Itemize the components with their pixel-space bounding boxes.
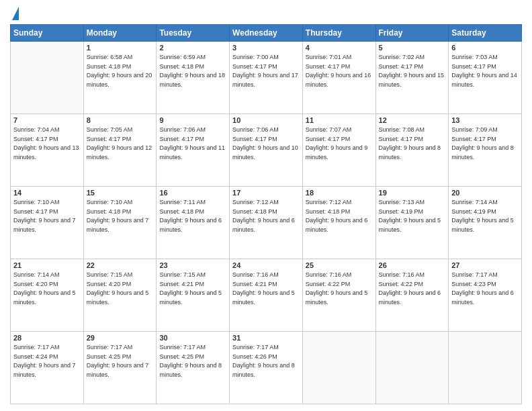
cell-info: Sunrise: 7:16 AMSunset: 4:21 PMDaylight:… [232,271,300,307]
cell-info: Sunrise: 7:17 AMSunset: 4:25 PMDaylight:… [159,343,226,379]
cell-info: Sunrise: 7:17 AMSunset: 4:23 PMDaylight:… [451,271,519,307]
cell-info: Sunrise: 7:01 AMSunset: 4:17 PMDaylight:… [306,53,373,89]
calendar-cell: 12Sunrise: 7:08 AMSunset: 4:17 PMDayligh… [375,114,449,187]
day-number: 11 [306,116,373,124]
day-number: 9 [159,116,226,124]
day-number: 27 [451,261,519,269]
cell-info: Sunrise: 7:14 AMSunset: 4:19 PMDaylight:… [451,198,519,234]
calendar-cell [375,332,449,404]
calendar-header-monday: Monday [83,25,157,42]
calendar-cell: 1Sunrise: 6:58 AMSunset: 4:18 PMDaylight… [83,42,157,114]
day-number: 22 [87,261,154,269]
calendar-cell: 16Sunrise: 7:11 AMSunset: 4:18 PMDayligh… [157,187,230,259]
day-number: 8 [87,116,154,124]
calendar-header-thursday: Thursday [302,25,375,42]
calendar-cell: 14Sunrise: 7:10 AMSunset: 4:17 PMDayligh… [11,187,84,259]
calendar-cell: 8Sunrise: 7:05 AMSunset: 4:17 PMDaylight… [83,114,157,187]
cell-info: Sunrise: 7:17 AMSunset: 4:25 PMDaylight:… [87,343,154,379]
calendar-cell: 21Sunrise: 7:14 AMSunset: 4:20 PMDayligh… [11,259,84,332]
calendar-cell: 10Sunrise: 7:06 AMSunset: 4:17 PMDayligh… [230,114,303,187]
day-number: 3 [232,44,300,52]
calendar-cell: 27Sunrise: 7:17 AMSunset: 4:23 PMDayligh… [449,259,522,332]
cell-info: Sunrise: 7:06 AMSunset: 4:17 PMDaylight:… [159,126,226,162]
day-number: 20 [451,189,519,197]
calendar-header-row: SundayMondayTuesdayWednesdayThursdayFrid… [11,25,522,42]
calendar-cell: 29Sunrise: 7:17 AMSunset: 4:25 PMDayligh… [83,332,157,404]
cell-info: Sunrise: 7:13 AMSunset: 4:19 PMDaylight:… [379,198,446,234]
cell-info: Sunrise: 7:12 AMSunset: 4:18 PMDaylight:… [232,198,300,234]
day-number: 25 [306,261,373,269]
day-number: 5 [379,44,446,52]
calendar-cell: 26Sunrise: 7:16 AMSunset: 4:22 PMDayligh… [375,259,449,332]
calendar-cell: 19Sunrise: 7:13 AMSunset: 4:19 PMDayligh… [375,187,449,259]
cell-info: Sunrise: 7:06 AMSunset: 4:17 PMDaylight:… [232,126,300,162]
cell-info: Sunrise: 7:17 AMSunset: 4:24 PMDaylight:… [13,343,81,379]
cell-info: Sunrise: 7:14 AMSunset: 4:20 PMDaylight:… [13,271,81,307]
calendar-cell: 2Sunrise: 6:59 AMSunset: 4:18 PMDaylight… [157,42,230,114]
calendar-cell [11,42,84,114]
day-number: 24 [232,261,300,269]
calendar-header-friday: Friday [375,25,449,42]
day-number: 1 [87,44,154,52]
cell-info: Sunrise: 7:12 AMSunset: 4:18 PMDaylight:… [306,198,373,234]
calendar-cell [449,332,522,404]
calendar-cell: 3Sunrise: 7:00 AMSunset: 4:17 PMDaylight… [230,42,303,114]
day-number: 17 [232,189,300,197]
calendar-cell: 24Sunrise: 7:16 AMSunset: 4:21 PMDayligh… [230,259,303,332]
logo-icon [12,7,19,20]
cell-info: Sunrise: 7:15 AMSunset: 4:21 PMDaylight:… [159,271,226,307]
calendar-cell: 11Sunrise: 7:07 AMSunset: 4:17 PMDayligh… [302,114,375,187]
day-number: 28 [13,334,81,342]
day-number: 14 [13,189,81,197]
day-number: 15 [87,189,154,197]
cell-info: Sunrise: 7:10 AMSunset: 4:17 PMDaylight:… [13,198,81,234]
calendar-cell: 6Sunrise: 7:03 AMSunset: 4:17 PMDaylight… [449,42,522,114]
day-number: 23 [159,261,226,269]
calendar-cell: 25Sunrise: 7:16 AMSunset: 4:22 PMDayligh… [302,259,375,332]
cell-info: Sunrise: 7:16 AMSunset: 4:22 PMDaylight:… [306,271,373,307]
calendar-cell [302,332,375,404]
day-number: 26 [379,261,446,269]
cell-info: Sunrise: 7:02 AMSunset: 4:17 PMDaylight:… [379,53,446,89]
calendar-week-4: 28Sunrise: 7:17 AMSunset: 4:24 PMDayligh… [11,332,522,404]
cell-info: Sunrise: 6:59 AMSunset: 4:18 PMDaylight:… [159,53,226,89]
calendar-cell: 18Sunrise: 7:12 AMSunset: 4:18 PMDayligh… [302,187,375,259]
day-number: 21 [13,261,81,269]
day-number: 29 [87,334,154,342]
calendar-week-2: 14Sunrise: 7:10 AMSunset: 4:17 PMDayligh… [11,187,522,259]
day-number: 18 [306,189,373,197]
day-number: 2 [159,44,226,52]
cell-info: Sunrise: 7:16 AMSunset: 4:22 PMDaylight:… [379,271,446,307]
cell-info: Sunrise: 7:05 AMSunset: 4:17 PMDaylight:… [87,126,154,162]
calendar-header-saturday: Saturday [449,25,522,42]
calendar-header-tuesday: Tuesday [157,25,230,42]
cell-info: Sunrise: 7:17 AMSunset: 4:26 PMDaylight:… [232,343,300,379]
day-number: 10 [232,116,300,124]
cell-info: Sunrise: 7:08 AMSunset: 4:17 PMDaylight:… [379,126,446,162]
calendar-cell: 9Sunrise: 7:06 AMSunset: 4:17 PMDaylight… [157,114,230,187]
cell-info: Sunrise: 7:15 AMSunset: 4:20 PMDaylight:… [87,271,154,307]
cell-info: Sunrise: 7:04 AMSunset: 4:17 PMDaylight:… [13,126,81,162]
cell-info: Sunrise: 7:07 AMSunset: 4:17 PMDaylight:… [306,126,373,162]
calendar-cell: 7Sunrise: 7:04 AMSunset: 4:17 PMDaylight… [11,114,84,187]
calendar-cell: 17Sunrise: 7:12 AMSunset: 4:18 PMDayligh… [230,187,303,259]
calendar-cell: 31Sunrise: 7:17 AMSunset: 4:26 PMDayligh… [230,332,303,404]
cell-info: Sunrise: 7:11 AMSunset: 4:18 PMDaylight:… [159,198,226,234]
page: SundayMondayTuesdayWednesdayThursdayFrid… [0,0,532,411]
calendar-cell: 13Sunrise: 7:09 AMSunset: 4:17 PMDayligh… [449,114,522,187]
day-number: 12 [379,116,446,124]
cell-info: Sunrise: 7:03 AMSunset: 4:17 PMDaylight:… [451,53,519,89]
calendar-cell: 4Sunrise: 7:01 AMSunset: 4:17 PMDaylight… [302,42,375,114]
calendar-table: SundayMondayTuesdayWednesdayThursdayFrid… [10,24,522,404]
day-number: 7 [13,116,81,124]
day-number: 31 [232,334,300,342]
day-number: 30 [159,334,226,342]
day-number: 13 [451,116,519,124]
day-number: 19 [379,189,446,197]
cell-info: Sunrise: 7:10 AMSunset: 4:18 PMDaylight:… [87,198,154,234]
calendar-week-1: 7Sunrise: 7:04 AMSunset: 4:17 PMDaylight… [11,114,522,187]
calendar-cell: 20Sunrise: 7:14 AMSunset: 4:19 PMDayligh… [449,187,522,259]
day-number: 4 [306,44,373,52]
calendar-cell: 30Sunrise: 7:17 AMSunset: 4:25 PMDayligh… [157,332,230,404]
calendar-header-sunday: Sunday [11,25,84,42]
